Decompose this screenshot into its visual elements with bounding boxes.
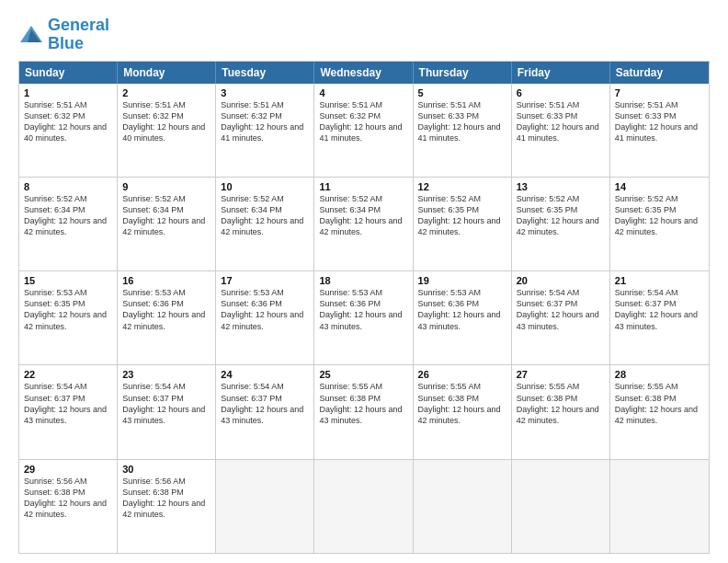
calendar-cell: 11Sunrise: 5:52 AMSunset: 6:34 PMDayligh… xyxy=(314,178,413,270)
calendar-row-3: 15Sunrise: 5:53 AMSunset: 6:35 PMDayligh… xyxy=(19,270,709,364)
day-number: 3 xyxy=(221,87,309,98)
header-day-monday: Monday xyxy=(118,62,216,84)
calendar-cell: 6Sunrise: 5:51 AMSunset: 6:33 PMDaylight… xyxy=(512,84,610,177)
calendar-body: 1Sunrise: 5:51 AMSunset: 6:32 PMDaylight… xyxy=(19,84,709,553)
calendar-cell: 16Sunrise: 5:53 AMSunset: 6:36 PMDayligh… xyxy=(118,271,216,364)
cell-info: Sunrise: 5:51 AMSunset: 6:33 PMDaylight:… xyxy=(418,99,506,144)
day-number: 11 xyxy=(319,181,407,192)
cell-info: Sunrise: 5:52 AMSunset: 6:34 PMDaylight:… xyxy=(24,193,112,238)
header-day-tuesday: Tuesday xyxy=(216,62,314,84)
calendar-row-4: 22Sunrise: 5:54 AMSunset: 6:37 PMDayligh… xyxy=(19,364,709,458)
cell-info: Sunrise: 5:56 AMSunset: 6:38 PMDaylight:… xyxy=(122,476,210,521)
logo-text: General Blue xyxy=(48,17,109,53)
header-day-friday: Friday xyxy=(512,62,610,84)
calendar-cell: 10Sunrise: 5:52 AMSunset: 6:34 PMDayligh… xyxy=(216,178,314,270)
cell-info: Sunrise: 5:52 AMSunset: 6:34 PMDaylight:… xyxy=(122,193,210,238)
day-number: 5 xyxy=(418,87,506,98)
day-number: 1 xyxy=(24,87,112,98)
header: General Blue xyxy=(18,17,710,53)
page: General Blue SundayMondayTuesdayWednesda… xyxy=(0,0,728,563)
calendar-cell xyxy=(216,460,314,553)
day-number: 23 xyxy=(122,369,210,380)
calendar-header: SundayMondayTuesdayWednesdayThursdayFrid… xyxy=(19,62,709,84)
cell-info: Sunrise: 5:55 AMSunset: 6:38 PMDaylight:… xyxy=(517,381,605,426)
calendar-row-2: 8Sunrise: 5:52 AMSunset: 6:34 PMDaylight… xyxy=(19,177,709,270)
cell-info: Sunrise: 5:51 AMSunset: 6:33 PMDaylight:… xyxy=(615,99,704,144)
day-number: 30 xyxy=(122,464,210,475)
calendar-cell: 2Sunrise: 5:51 AMSunset: 6:32 PMDaylight… xyxy=(118,84,216,177)
calendar-cell: 12Sunrise: 5:52 AMSunset: 6:35 PMDayligh… xyxy=(414,178,512,270)
header-day-thursday: Thursday xyxy=(414,62,512,84)
day-number: 10 xyxy=(221,181,309,192)
cell-info: Sunrise: 5:53 AMSunset: 6:36 PMDaylight:… xyxy=(418,287,506,332)
calendar-cell: 22Sunrise: 5:54 AMSunset: 6:37 PMDayligh… xyxy=(19,365,118,458)
calendar-cell: 24Sunrise: 5:54 AMSunset: 6:37 PMDayligh… xyxy=(216,365,314,458)
day-number: 12 xyxy=(418,181,506,192)
day-number: 14 xyxy=(615,181,704,192)
calendar-cell: 3Sunrise: 5:51 AMSunset: 6:32 PMDaylight… xyxy=(216,84,314,177)
day-number: 9 xyxy=(122,181,210,192)
day-number: 13 xyxy=(517,181,605,192)
day-number: 17 xyxy=(221,275,309,286)
day-number: 26 xyxy=(418,369,506,380)
day-number: 29 xyxy=(24,464,112,475)
logo-icon xyxy=(18,22,44,48)
cell-info: Sunrise: 5:51 AMSunset: 6:33 PMDaylight:… xyxy=(517,99,605,144)
cell-info: Sunrise: 5:54 AMSunset: 6:37 PMDaylight:… xyxy=(615,287,704,332)
calendar-cell: 21Sunrise: 5:54 AMSunset: 6:37 PMDayligh… xyxy=(610,271,709,364)
cell-info: Sunrise: 5:52 AMSunset: 6:34 PMDaylight:… xyxy=(221,193,309,238)
calendar-cell: 14Sunrise: 5:52 AMSunset: 6:35 PMDayligh… xyxy=(610,178,709,270)
calendar-cell: 20Sunrise: 5:54 AMSunset: 6:37 PMDayligh… xyxy=(512,271,610,364)
calendar-cell: 18Sunrise: 5:53 AMSunset: 6:36 PMDayligh… xyxy=(314,271,413,364)
calendar-cell: 15Sunrise: 5:53 AMSunset: 6:35 PMDayligh… xyxy=(19,271,118,364)
cell-info: Sunrise: 5:53 AMSunset: 6:35 PMDaylight:… xyxy=(24,287,112,332)
day-number: 27 xyxy=(517,369,605,380)
calendar-cell: 4Sunrise: 5:51 AMSunset: 6:32 PMDaylight… xyxy=(314,84,413,177)
calendar-cell: 17Sunrise: 5:53 AMSunset: 6:36 PMDayligh… xyxy=(216,271,314,364)
cell-info: Sunrise: 5:51 AMSunset: 6:32 PMDaylight:… xyxy=(319,99,407,144)
calendar-cell: 5Sunrise: 5:51 AMSunset: 6:33 PMDaylight… xyxy=(414,84,512,177)
cell-info: Sunrise: 5:54 AMSunset: 6:37 PMDaylight:… xyxy=(122,381,210,426)
day-number: 25 xyxy=(319,369,407,380)
calendar-cell: 28Sunrise: 5:55 AMSunset: 6:38 PMDayligh… xyxy=(610,365,709,458)
day-number: 22 xyxy=(24,369,112,380)
cell-info: Sunrise: 5:52 AMSunset: 6:35 PMDaylight:… xyxy=(615,193,704,238)
day-number: 2 xyxy=(122,87,210,98)
calendar-cell: 26Sunrise: 5:55 AMSunset: 6:38 PMDayligh… xyxy=(414,365,512,458)
header-day-saturday: Saturday xyxy=(610,62,709,84)
day-number: 28 xyxy=(615,369,704,380)
cell-info: Sunrise: 5:53 AMSunset: 6:36 PMDaylight:… xyxy=(221,287,309,332)
cell-info: Sunrise: 5:54 AMSunset: 6:37 PMDaylight:… xyxy=(221,381,309,426)
calendar-cell: 25Sunrise: 5:55 AMSunset: 6:38 PMDayligh… xyxy=(314,365,413,458)
cell-info: Sunrise: 5:53 AMSunset: 6:36 PMDaylight:… xyxy=(122,287,210,332)
header-day-sunday: Sunday xyxy=(19,62,118,84)
day-number: 16 xyxy=(122,275,210,286)
header-day-wednesday: Wednesday xyxy=(314,62,413,84)
day-number: 24 xyxy=(221,369,309,380)
cell-info: Sunrise: 5:54 AMSunset: 6:37 PMDaylight:… xyxy=(517,287,605,332)
cell-info: Sunrise: 5:51 AMSunset: 6:32 PMDaylight:… xyxy=(24,99,112,144)
calendar-row-1: 1Sunrise: 5:51 AMSunset: 6:32 PMDaylight… xyxy=(19,84,709,177)
calendar-cell: 9Sunrise: 5:52 AMSunset: 6:34 PMDaylight… xyxy=(118,178,216,270)
calendar-cell xyxy=(610,460,709,553)
cell-info: Sunrise: 5:55 AMSunset: 6:38 PMDaylight:… xyxy=(615,381,704,426)
day-number: 7 xyxy=(615,87,704,98)
logo: General Blue xyxy=(18,17,109,53)
calendar-cell: 1Sunrise: 5:51 AMSunset: 6:32 PMDaylight… xyxy=(19,84,118,177)
cell-info: Sunrise: 5:51 AMSunset: 6:32 PMDaylight:… xyxy=(122,99,210,144)
calendar-cell xyxy=(314,460,413,553)
day-number: 19 xyxy=(418,275,506,286)
cell-info: Sunrise: 5:52 AMSunset: 6:34 PMDaylight:… xyxy=(319,193,407,238)
cell-info: Sunrise: 5:54 AMSunset: 6:37 PMDaylight:… xyxy=(24,381,112,426)
calendar-cell: 7Sunrise: 5:51 AMSunset: 6:33 PMDaylight… xyxy=(610,84,709,177)
calendar-cell: 13Sunrise: 5:52 AMSunset: 6:35 PMDayligh… xyxy=(512,178,610,270)
day-number: 20 xyxy=(517,275,605,286)
day-number: 4 xyxy=(319,87,407,98)
calendar-cell: 23Sunrise: 5:54 AMSunset: 6:37 PMDayligh… xyxy=(118,365,216,458)
day-number: 8 xyxy=(24,181,112,192)
cell-info: Sunrise: 5:55 AMSunset: 6:38 PMDaylight:… xyxy=(418,381,506,426)
cell-info: Sunrise: 5:52 AMSunset: 6:35 PMDaylight:… xyxy=(418,193,506,238)
cell-info: Sunrise: 5:55 AMSunset: 6:38 PMDaylight:… xyxy=(319,381,407,426)
day-number: 6 xyxy=(517,87,605,98)
day-number: 21 xyxy=(615,275,704,286)
